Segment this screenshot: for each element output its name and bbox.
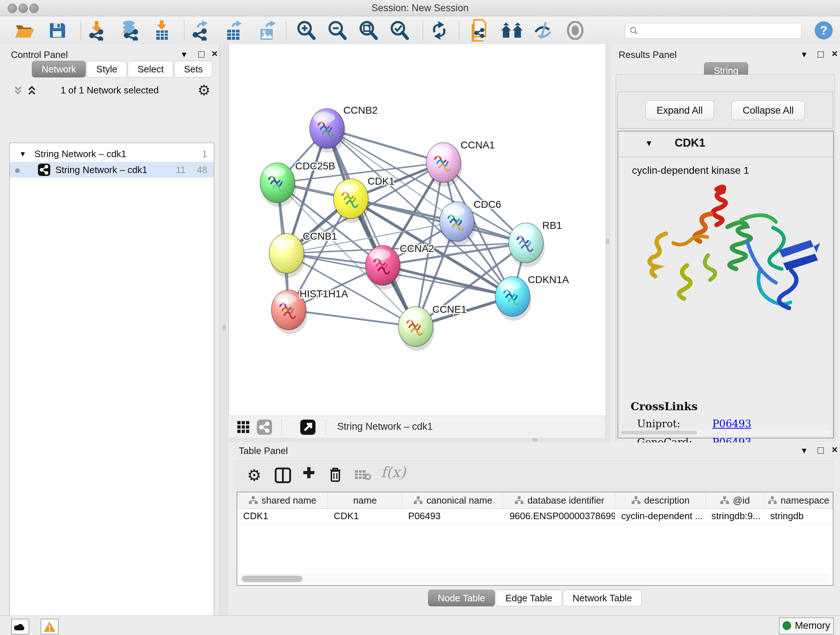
panel-menu-icon[interactable]: ▼ bbox=[800, 50, 808, 59]
protein-section-header[interactable]: ▼ CDK1 bbox=[618, 131, 833, 157]
right-splitter[interactable] bbox=[605, 44, 611, 437]
table-hscrollbar[interactable] bbox=[239, 575, 830, 583]
node-CCNA1[interactable] bbox=[426, 143, 462, 187]
import-table-file-icon[interactable] bbox=[154, 20, 170, 41]
zoom-in-icon[interactable] bbox=[296, 20, 316, 41]
export-image-icon[interactable] bbox=[258, 20, 277, 41]
node-label-CCNE1: CCNE1 bbox=[432, 304, 467, 315]
node-CCNA2[interactable] bbox=[365, 245, 401, 290]
table-cell[interactable]: stringdb bbox=[764, 509, 833, 523]
close-panel-icon[interactable]: ✕ bbox=[831, 49, 838, 59]
create-column-icon[interactable]: ✚ bbox=[303, 464, 315, 481]
network-status-dot: ● bbox=[14, 162, 21, 178]
node-CDKN1A[interactable] bbox=[495, 277, 531, 321]
network-collection-row[interactable]: ▼ String Network – cdk1 1 bbox=[10, 146, 214, 162]
network-row[interactable]: ● String Network – cdk1 11 48 bbox=[10, 162, 214, 178]
section-expand-icon[interactable]: ▼ bbox=[645, 139, 653, 148]
table-cell[interactable]: P06493 bbox=[402, 509, 504, 523]
import-network-file-icon[interactable] bbox=[87, 20, 106, 41]
float-panel-icon[interactable]: □ bbox=[818, 445, 824, 456]
splitter-handle[interactable] bbox=[606, 238, 609, 244]
edge-HIST1H1A-CCNE1[interactable] bbox=[289, 310, 416, 326]
warnings-button[interactable] bbox=[41, 619, 58, 635]
zoom-selected-icon[interactable] bbox=[389, 20, 409, 41]
node-CDK1[interactable] bbox=[333, 179, 370, 223]
table-tabs: Node TableEdge TableNetwork Table bbox=[428, 590, 643, 606]
node-CDC6[interactable] bbox=[439, 202, 476, 246]
import-network-database-icon[interactable] bbox=[119, 20, 140, 41]
close-panel-icon[interactable]: ✕ bbox=[831, 445, 838, 455]
network-selection-status: 1 of 1 Network selected bbox=[0, 85, 219, 96]
help-icon[interactable]: ? bbox=[814, 21, 834, 40]
splitter-handle[interactable] bbox=[222, 325, 226, 331]
home-networks-icon[interactable] bbox=[500, 22, 524, 39]
node-CDC25B[interactable] bbox=[260, 163, 296, 207]
close-panel-icon[interactable]: ✕ bbox=[211, 49, 218, 59]
node-label-RB1: RB1 bbox=[542, 220, 562, 231]
table-row[interactable]: CDK1CDK1P064939606.ENSP00000378699cyclin… bbox=[237, 509, 833, 524]
open-session-icon[interactable] bbox=[14, 22, 35, 39]
share-view-icon[interactable] bbox=[257, 420, 272, 435]
cloud-button[interactable] bbox=[11, 619, 29, 635]
column-header-name[interactable]: name bbox=[328, 492, 402, 508]
save-session-icon[interactable] bbox=[49, 22, 66, 39]
tab-style[interactable]: Style bbox=[87, 61, 127, 78]
crosslink-link[interactable]: P06493 bbox=[712, 418, 752, 430]
splitter-handle[interactable] bbox=[532, 438, 538, 442]
eye-slash-icon[interactable] bbox=[533, 21, 554, 40]
scrollbar-thumb[interactable] bbox=[242, 576, 302, 582]
table-options-gear-icon[interactable]: ⚙ bbox=[247, 466, 261, 485]
network-options-gear-icon[interactable]: ⚙ bbox=[197, 82, 210, 98]
float-panel-icon[interactable]: □ bbox=[818, 49, 824, 60]
collection-expand-icon[interactable]: ▼ bbox=[19, 146, 27, 162]
open-in-window-icon[interactable] bbox=[300, 420, 316, 435]
zoom-out-icon[interactable] bbox=[327, 20, 347, 41]
column-header-namespace[interactable]: namespace bbox=[764, 492, 833, 508]
expand-all-button[interactable]: Expand All bbox=[645, 101, 714, 120]
string-network-graph[interactable]: CCNB2CCNA1CDC25BCDK1CDC6RB1CCNB1CCNA2CDK… bbox=[229, 44, 605, 416]
memory-button[interactable]: Memory bbox=[779, 617, 834, 635]
table-toolbar: ⚙ ✚ f(x) bbox=[237, 461, 833, 490]
node-CCNB1[interactable] bbox=[269, 233, 305, 278]
clone-network-icon[interactable] bbox=[470, 19, 489, 42]
delete-column-icon[interactable] bbox=[328, 467, 343, 483]
node-CCNB2[interactable] bbox=[309, 109, 346, 153]
export-network-icon[interactable] bbox=[192, 20, 210, 41]
table-panel-title: Table Panel bbox=[239, 445, 288, 456]
column-header-description[interactable]: description bbox=[615, 492, 706, 508]
tab-network-table[interactable]: Network Table bbox=[563, 590, 642, 606]
table-cell[interactable]: 9606.ENSP00000378699 bbox=[504, 509, 615, 523]
table-cell[interactable]: stringdb:9... bbox=[706, 509, 764, 523]
table-cell[interactable]: CDK1 bbox=[328, 509, 402, 523]
node-table[interactable]: shared namenamecanonical namedatabase id… bbox=[237, 492, 834, 586]
panel-menu-icon[interactable]: ▼ bbox=[180, 50, 188, 59]
column-header-database-identifier[interactable]: database identifier bbox=[504, 492, 615, 508]
tab-select[interactable]: Select bbox=[128, 61, 173, 78]
tab-network[interactable]: Network bbox=[32, 61, 86, 78]
scrollbar-thumb[interactable] bbox=[621, 431, 697, 434]
collapse-all-button[interactable]: Collapse All bbox=[731, 101, 805, 120]
search-input[interactable] bbox=[641, 24, 798, 37]
grid-view-icon[interactable] bbox=[237, 420, 250, 434]
results-hscrollbar[interactable] bbox=[621, 431, 830, 435]
tab-node-table[interactable]: Node Table bbox=[428, 590, 495, 606]
eye-icon[interactable] bbox=[566, 21, 584, 40]
table-cell[interactable]: cyclin-dependent ... bbox=[615, 509, 706, 523]
node-RB1[interactable] bbox=[508, 223, 545, 267]
float-panel-icon[interactable]: □ bbox=[198, 49, 204, 60]
network-canvas[interactable]: CCNB2CCNA1CDC25BCDK1CDC6RB1CCNB1CCNA2CDK… bbox=[229, 44, 605, 416]
tab-sets[interactable]: Sets bbox=[174, 61, 212, 78]
panel-menu-icon[interactable]: ▼ bbox=[800, 446, 808, 455]
column-header-shared-name[interactable]: shared name bbox=[237, 492, 328, 508]
export-table-icon[interactable] bbox=[225, 20, 244, 41]
column-header--id[interactable]: @id bbox=[706, 492, 764, 508]
left-splitter[interactable] bbox=[219, 44, 229, 616]
column-header-canonical-name[interactable]: canonical name bbox=[402, 492, 504, 508]
tab-edge-table[interactable]: Edge Table bbox=[496, 590, 562, 606]
table-cell[interactable]: CDK1 bbox=[237, 509, 328, 523]
show-columns-icon[interactable] bbox=[275, 467, 291, 483]
node-CCNE1[interactable] bbox=[398, 307, 434, 351]
window-title: Session: New Session bbox=[0, 3, 840, 14]
apply-layout-icon[interactable] bbox=[430, 20, 448, 41]
zoom-fit-icon[interactable] bbox=[358, 20, 378, 41]
